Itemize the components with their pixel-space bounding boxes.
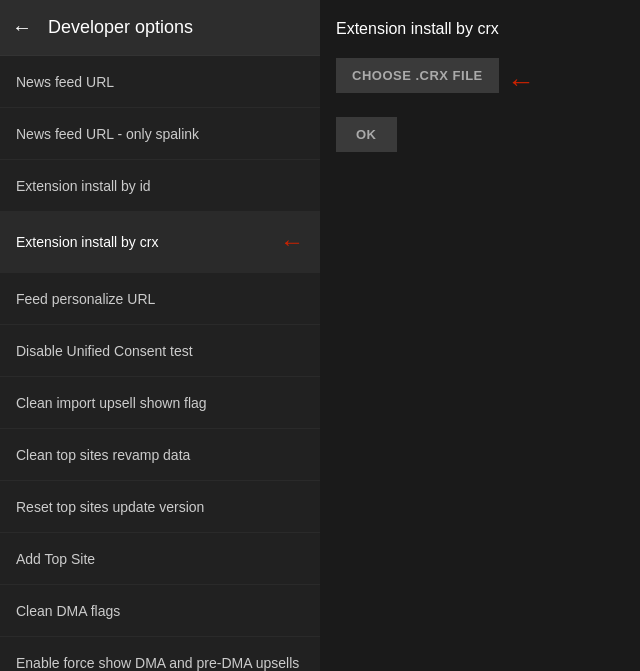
menu-item-label: Add Top Site xyxy=(16,551,95,567)
menu-item[interactable]: Feed personalize URL xyxy=(0,273,320,325)
menu-item[interactable]: Extension install by crx← xyxy=(0,212,320,273)
menu-item[interactable]: Reset top sites update version xyxy=(0,481,320,533)
panel-title: Extension install by crx xyxy=(336,20,624,38)
left-panel: ← Developer options News feed URLNews fe… xyxy=(0,0,320,671)
menu-item[interactable]: Enable force show DMA and pre-DMA upsell… xyxy=(0,637,320,671)
menu-item[interactable]: Disable Unified Consent test xyxy=(0,325,320,377)
right-panel: Extension install by crx CHOOSE .CRX FIL… xyxy=(320,0,640,671)
menu-item-label: Feed personalize URL xyxy=(16,291,155,307)
choose-crx-button[interactable]: CHOOSE .CRX FILE xyxy=(336,58,499,93)
menu-item-label: Extension install by id xyxy=(16,178,151,194)
menu-item-label: Enable force show DMA and pre-DMA upsell… xyxy=(16,655,299,671)
ok-button[interactable]: OK xyxy=(336,117,397,152)
menu-item[interactable]: Extension install by id xyxy=(0,160,320,212)
menu-item[interactable]: Clean DMA flags xyxy=(0,585,320,637)
menu-list: News feed URLNews feed URL - only spalin… xyxy=(0,56,320,671)
page-title: Developer options xyxy=(48,17,193,38)
choose-btn-row: CHOOSE .CRX FILE ← xyxy=(336,58,624,105)
menu-item-label: Reset top sites update version xyxy=(16,499,204,515)
app-header: ← Developer options xyxy=(0,0,320,56)
arrow-icon: ← xyxy=(507,66,535,98)
menu-item[interactable]: News feed URL xyxy=(0,56,320,108)
menu-item-label: Clean import upsell shown flag xyxy=(16,395,207,411)
menu-item-label: Extension install by crx xyxy=(16,234,158,250)
active-arrow-icon: ← xyxy=(280,228,304,256)
menu-item-label: Clean DMA flags xyxy=(16,603,120,619)
menu-item-label: News feed URL - only spalink xyxy=(16,126,199,142)
menu-item[interactable]: News feed URL - only spalink xyxy=(0,108,320,160)
menu-item[interactable]: Add Top Site xyxy=(0,533,320,585)
menu-item[interactable]: Clean import upsell shown flag xyxy=(0,377,320,429)
menu-item-label: Clean top sites revamp data xyxy=(16,447,190,463)
menu-item[interactable]: Clean top sites revamp data xyxy=(0,429,320,481)
back-button[interactable]: ← xyxy=(12,16,32,39)
menu-item-label: News feed URL xyxy=(16,74,114,90)
menu-item-label: Disable Unified Consent test xyxy=(16,343,193,359)
